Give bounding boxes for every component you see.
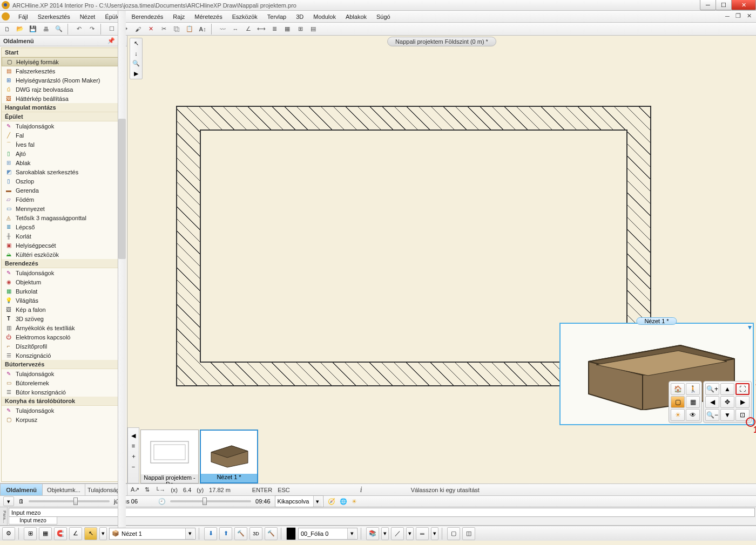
sidebar-item-korpusz[interactable]: ▢Korpusz [2,415,125,424]
menu-modulok[interactable]: Modulok [309,12,340,22]
magnet-icon[interactable]: 🧲 [54,527,67,540]
nav-sun-icon[interactable]: ☀ [671,409,685,421]
canvas-area[interactable]: ↖ ↓ 🔍 ▶ Nappali projektem Földszint (0 m… [127,36,756,495]
tab-oldalmenu[interactable]: Oldalmenü [0,483,43,495]
lw-dd-icon[interactable]: ▾ [431,527,438,540]
date-slider[interactable] [29,500,110,502]
menu-szerkesztes[interactable]: Szerkesztés [33,12,75,22]
sidebar-item-helyiseg-formak[interactable]: ▢Helyiség formák▶ [2,57,125,66]
nav-down-icon[interactable]: ▼ [720,409,734,421]
app-menu-icon[interactable] [2,12,10,21]
navigator-3d-panel[interactable]: Nézet 1 * ▾ 🏠 🚶 ▢ ▦ ☀ 👁 🔍+ [559,323,754,425]
sidebar-item-kulteri[interactable]: ⛰Kültéri eszközök▶ [2,250,125,259]
build-down-icon[interactable]: ⬇ [204,527,217,540]
sidebar-item-konszignacio[interactable]: ☰Konszignáció [2,351,125,360]
brush-icon[interactable]: 🖌 [132,24,143,35]
tab-objektumk[interactable]: Objektumk... [42,483,85,495]
view-badge[interactable]: Nappali projektem Földszint (0 m) * [387,37,496,46]
print-icon[interactable]: 🖶 [40,24,51,35]
clock-icon[interactable]: 🕘 [158,498,166,505]
grid-toggle-icon[interactable]: ⊞ [24,527,37,540]
curve-icon[interactable]: 〰 [217,24,228,35]
sidebar-item-ives-fal[interactable]: ⌒Íves fal [2,140,125,149]
preview-icon[interactable]: 🔍 [53,24,64,35]
redo-icon[interactable]: ↷ [86,24,97,35]
menu-3d[interactable]: 3D [292,12,308,22]
globe-icon[interactable]: 🌐 [340,498,347,505]
views-icon[interactable]: ▤ [308,24,319,35]
view-dropdown[interactable]: 📦Nézet 1▾ [109,528,195,540]
save-icon[interactable]: 💾 [28,24,38,35]
maximize-button[interactable]: ☐ [716,0,732,10]
section-konyha[interactable]: Konyha és tárolóbútorok [2,397,125,406]
sidebar-item-burkolat[interactable]: ▦Burkolat▶ [2,287,125,296]
settings-gear-icon[interactable]: ⚙ [2,527,15,540]
angle-icon[interactable]: ∠ [243,24,254,35]
build-up-icon[interactable]: ⬆ [219,527,232,540]
select-icon[interactable]: ☐ [106,24,117,35]
sidebar-item-butor-konszignacio[interactable]: ☰Bútor konszignáció [2,387,125,397]
thumb-remove-icon[interactable]: − [132,464,135,470]
coord-origin-icon[interactable]: A↗ [131,486,139,493]
sidebar-item-tetosik[interactable]: ◬Tetősík 3 magasságponttal [2,213,125,222]
thumbnail-3dview[interactable]: Nézet 1 * [200,430,258,483]
nav-zoomout-icon[interactable]: 🔍− [705,409,719,421]
cursor-dd-icon[interactable]: ▾ [99,527,107,540]
section-epulet[interactable]: Épület [2,112,125,121]
snap-toggle-icon[interactable]: ▦ [39,527,52,540]
cut-icon[interactable]: ✂ [158,24,169,35]
snap-icon[interactable]: ⊞ [295,24,306,35]
sun-icon[interactable]: ☀ [352,498,357,505]
resize-handle-icon[interactable] [745,417,756,427]
doc-close-button[interactable]: ✕ [744,12,754,20]
scrollbar-thumb[interactable] [118,119,126,259]
sidebar-item-ajto[interactable]: ▯Ajtó [2,149,125,158]
window-split-icon[interactable]: ◫ [462,527,475,540]
sidebar-item-oszlop[interactable]: ▯Oszlop [2,176,125,186]
section-berendezes[interactable]: Berendezés [2,259,125,268]
date-prev-icon[interactable]: ▾ [3,496,14,506]
nav-right-icon[interactable]: ▶ [735,396,750,408]
close-button[interactable]: ✕ [731,0,756,10]
thumb-add-icon[interactable]: ＋ [131,452,137,460]
menu-nezet[interactable]: Nézet [76,12,100,22]
sidebar-item-dwg[interactable]: ⎙DWG rajz beolvasása▶ [2,85,125,94]
layers-dd-icon[interactable]: ▾ [381,527,389,540]
open-icon[interactable]: 📂 [15,24,25,35]
coord-axis-icon[interactable]: └→ [155,487,165,493]
pin-icon[interactable]: 📌 [107,37,115,44]
grid-icon[interactable]: ▦ [282,24,293,35]
sidebar-item-fal[interactable]: ╱Fal [2,131,125,140]
menu-rajz[interactable]: Rajz [168,12,189,22]
sidebar-item-elektromos[interactable]: ⏻Elektromos kapcsoló [2,332,125,342]
line-style-icon[interactable]: ／ [391,527,404,540]
autosave-dropdown[interactable]: Kikapcsolva▾ [275,495,323,507]
section-hangulat[interactable]: Hangulat montázs [2,103,125,112]
sidebar-item-sarokablak[interactable]: ◩Sarokablak szerkesztés [2,167,125,176]
line-dd-icon[interactable]: ▾ [406,527,414,540]
nav-up-icon[interactable]: ▲ [720,383,734,395]
nav-arrow-icon[interactable]: ↖ [134,40,139,47]
3d-icon[interactable]: 3D [249,527,262,540]
nav-left-icon[interactable]: ◀ [705,396,719,408]
dim-icon[interactable]: ⟷ [256,24,267,35]
color-swatch[interactable] [286,527,296,540]
sidebar-item-vilagitas[interactable]: 💡Világítás▶ [2,296,125,305]
sidebar-item-gerenda[interactable]: ▬Gerenda [2,186,125,195]
section-start[interactable]: Start [2,48,125,57]
sidebar-item-lepcso[interactable]: ≣Lépcső [2,222,125,231]
info-icon[interactable]: i [360,486,362,494]
coord-lock-icon[interactable]: ⇅ [145,486,150,493]
cursor-icon[interactable]: ↖ [84,527,97,540]
nav-zoom-icon[interactable]: 🔍 [132,60,140,67]
layer-dropdown[interactable]: 00_Fólia 0▾ [298,528,357,540]
thumb-list-icon[interactable]: ≡ [132,442,135,449]
sidebar-item-falszerkesztes[interactable]: ▤Falszerkesztés▶ [2,66,125,76]
sidebar-item-room-maker[interactable]: ⊞Helyiségvarázsló (Room Maker) [2,76,125,85]
new-icon[interactable]: 🗋 [2,24,12,35]
measure-icon[interactable]: ↔ [230,24,241,35]
align-icon[interactable]: ≣ [269,24,280,35]
text-icon[interactable]: A↕ [197,24,208,35]
nav-icon[interactable]: 🧭 [328,498,335,505]
sidebar-item-objektum[interactable]: ◉Objektum▶ [2,277,125,287]
